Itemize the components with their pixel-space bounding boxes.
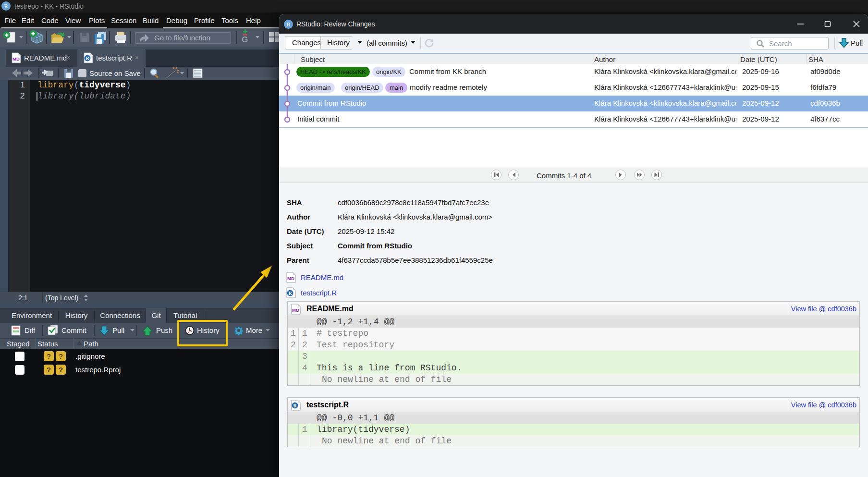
svg-text:R: R (86, 56, 90, 61)
svg-text:R: R (293, 403, 297, 408)
svg-text:R: R (289, 291, 293, 296)
svg-text:MD: MD (287, 276, 294, 281)
svg-text:G: G (242, 35, 248, 44)
svg-text:MD: MD (12, 56, 20, 61)
svg-text:MD: MD (292, 307, 299, 313)
